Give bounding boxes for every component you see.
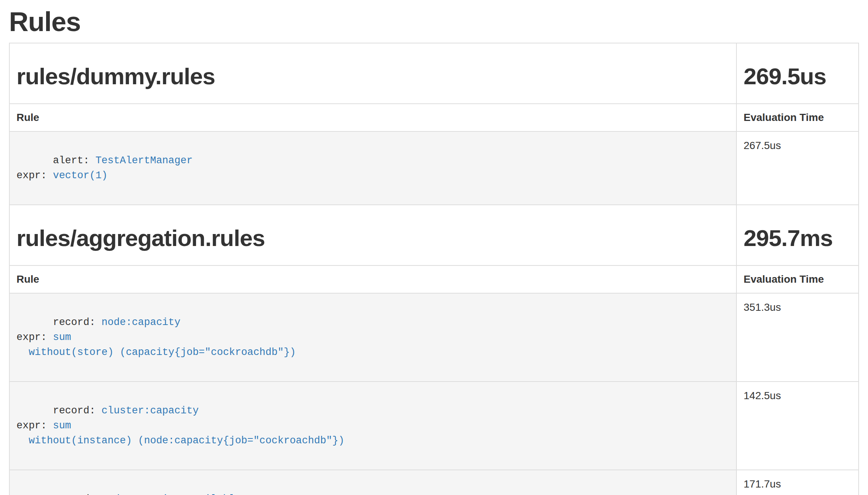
rule-link[interactable]: cluster:capacity (102, 405, 199, 416)
rule-link[interactable]: node:capacity_available (102, 494, 241, 495)
rule-code: record: node:capacity_available expr: su… (16, 494, 356, 495)
rule-link[interactable]: TestAlertManager (96, 155, 193, 166)
rule-code: record: cluster:capacity expr: sum witho… (16, 405, 344, 446)
rule-group-name: rules/aggregation.rules (16, 225, 729, 251)
evaluation-time-column-header: Evaluation Time (744, 273, 824, 285)
rule-evaluation-time: 142.5us (736, 382, 859, 470)
rule-definition-cell: record: cluster:capacity expr: sum witho… (9, 382, 736, 470)
rule-group-name: rules/dummy.rules (16, 64, 729, 89)
rule-definition-cell: record: node:capacity expr: sum without(… (9, 293, 736, 382)
rule-group-evaluation-time-cell: 269.5us (736, 43, 859, 104)
rule-row: record: node:capacity expr: sum without(… (9, 293, 859, 382)
rule-group-header-row: rules/dummy.rules 269.5us (9, 43, 859, 104)
rules-page: Rules rules/dummy.rules 269.5us Rule Eva… (0, 7, 868, 495)
rule-group-name-cell: rules/dummy.rules (9, 43, 736, 104)
rules-table: rules/dummy.rules 269.5us Rule Evaluatio… (9, 43, 859, 495)
rule-row: record: cluster:capacity expr: sum witho… (9, 382, 859, 470)
rule-group-header-row: rules/aggregation.rules 295.7ms (9, 205, 859, 265)
rule-link[interactable]: sum without(instance) (node:capacity{job… (16, 420, 344, 446)
rule-code: alert: TestAlertManager expr: vector(1) (16, 155, 193, 181)
rule-column-header: Rule (16, 112, 39, 123)
rule-link[interactable]: vector(1) (53, 170, 108, 181)
rule-group-name-cell: rules/aggregation.rules (9, 205, 736, 265)
rule-group-evaluation-time: 295.7ms (744, 225, 852, 251)
rule-group-evaluation-time: 269.5us (744, 64, 852, 89)
evaluation-time-column-header: Evaluation Time (744, 112, 824, 123)
rule-column-header: Rule (16, 273, 39, 285)
rule-group-evaluation-time-cell: 295.7ms (736, 205, 859, 265)
rule-link[interactable]: sum without(store) (capacity{job="cockro… (16, 332, 296, 358)
rule-row: alert: TestAlertManager expr: vector(1) … (9, 131, 859, 205)
column-header-row: Rule Evaluation Time (9, 265, 859, 293)
rule-definition-cell: alert: TestAlertManager expr: vector(1) (9, 131, 736, 205)
rule-link[interactable]: node:capacity (102, 317, 181, 328)
rule-evaluation-time: 351.3us (736, 293, 859, 382)
column-header-row: Rule Evaluation Time (9, 104, 859, 131)
rule-definition-cell: record: node:capacity_available expr: su… (9, 470, 736, 495)
rule-evaluation-time: 267.5us (736, 131, 859, 205)
rule-row: record: node:capacity_available expr: su… (9, 470, 859, 495)
rule-evaluation-time: 171.7us (736, 470, 859, 495)
rule-code: record: node:capacity expr: sum without(… (16, 317, 296, 358)
page-title: Rules (9, 7, 859, 37)
